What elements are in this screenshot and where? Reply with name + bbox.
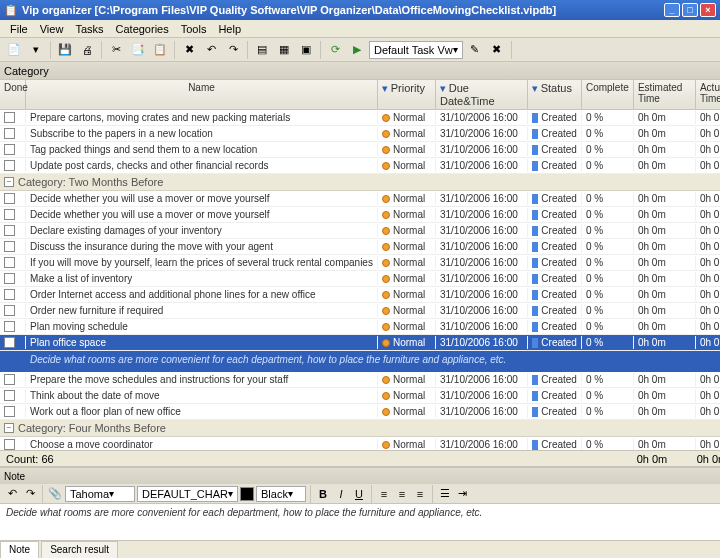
- redo-icon[interactable]: ↷: [223, 40, 243, 60]
- menu-tasks[interactable]: Tasks: [69, 21, 109, 37]
- close-button[interactable]: ×: [700, 3, 716, 17]
- done-checkbox[interactable]: [4, 439, 15, 450]
- minimize-button[interactable]: _: [664, 3, 680, 17]
- filter-icon[interactable]: ▤: [252, 40, 272, 60]
- task-row[interactable]: Make a list of inventoryNormal31/10/2006…: [0, 271, 720, 287]
- col-name[interactable]: Name: [26, 80, 378, 109]
- note-redo-icon[interactable]: ↷: [22, 486, 38, 502]
- collapse-icon[interactable]: −: [4, 423, 14, 433]
- col-complete[interactable]: Complete: [582, 80, 634, 109]
- color-dropdown[interactable]: Black ▾: [256, 486, 306, 502]
- close-view-icon[interactable]: ✖: [487, 40, 507, 60]
- save-icon[interactable]: 💾: [55, 40, 75, 60]
- align-center-icon[interactable]: ≡: [394, 486, 410, 502]
- status-icon: [532, 194, 538, 204]
- underline-icon[interactable]: U: [351, 486, 367, 502]
- done-checkbox[interactable]: [4, 241, 15, 252]
- col-status[interactable]: ▾ Status: [528, 80, 582, 109]
- group-header[interactable]: −Category: Four Months Before: [0, 420, 720, 437]
- done-checkbox[interactable]: [4, 374, 15, 385]
- grid-header: Done Name ▾ Priority ▾ Due Date&Time ▾ S…: [0, 80, 720, 110]
- note-undo-icon[interactable]: ↶: [4, 486, 20, 502]
- done-checkbox[interactable]: [4, 112, 15, 123]
- delete-icon[interactable]: ✖: [179, 40, 199, 60]
- sort-icon[interactable]: ▦: [274, 40, 294, 60]
- task-row[interactable]: Order Internet access and additional pho…: [0, 287, 720, 303]
- col-priority[interactable]: ▾ Priority: [378, 80, 436, 109]
- menu-file[interactable]: File: [4, 21, 34, 37]
- print-icon[interactable]: 🖨: [77, 40, 97, 60]
- task-priority: Normal: [378, 336, 436, 349]
- copy-icon[interactable]: 📑: [128, 40, 148, 60]
- note-bold-icon[interactable]: 📎: [47, 486, 63, 502]
- done-checkbox[interactable]: [4, 406, 15, 417]
- task-row[interactable]: Subscribe to the papers in a new locatio…: [0, 126, 720, 142]
- note-body[interactable]: Decide what rooms are more convenient fo…: [0, 504, 720, 540]
- done-checkbox[interactable]: [4, 289, 15, 300]
- group-header[interactable]: −Category: Two Months Before: [0, 174, 720, 191]
- task-row[interactable]: Plan moving scheduleNormal31/10/2006 16:…: [0, 319, 720, 335]
- menu-view[interactable]: View: [34, 21, 70, 37]
- new-icon[interactable]: 📄: [4, 40, 24, 60]
- done-checkbox[interactable]: [4, 390, 15, 401]
- task-row[interactable]: Prepare the move schedules and instructi…: [0, 372, 720, 388]
- tool-icon[interactable]: ✎: [465, 40, 485, 60]
- paste-icon[interactable]: 📋: [150, 40, 170, 60]
- done-checkbox[interactable]: [4, 144, 15, 155]
- done-checkbox[interactable]: [4, 160, 15, 171]
- indent-icon[interactable]: ⇥: [455, 486, 471, 502]
- undo-icon[interactable]: ↶: [201, 40, 221, 60]
- charset-dropdown[interactable]: DEFAULT_CHAR ▾: [137, 486, 238, 502]
- task-row[interactable]: If you will move by yourself, learn the …: [0, 255, 720, 271]
- tab-search-result[interactable]: Search result: [41, 541, 118, 558]
- col-estimated[interactable]: Estimated Time: [634, 80, 696, 109]
- collapse-icon[interactable]: −: [4, 177, 14, 187]
- task-row[interactable]: Plan office spaceNormal31/10/2006 16:00C…: [0, 335, 720, 351]
- cut-icon[interactable]: ✂: [106, 40, 126, 60]
- task-status: Created: [528, 389, 582, 402]
- refresh-icon[interactable]: ⟳: [325, 40, 345, 60]
- tab-note[interactable]: Note: [0, 541, 39, 558]
- color-swatch[interactable]: [240, 487, 254, 501]
- done-checkbox[interactable]: [4, 321, 15, 332]
- col-due[interactable]: ▾ Due Date&Time: [436, 80, 528, 109]
- done-checkbox[interactable]: [4, 193, 15, 204]
- task-row[interactable]: Decide whether you will use a mover or m…: [0, 207, 720, 223]
- task-row[interactable]: Think about the date of moveNormal31/10/…: [0, 388, 720, 404]
- task-grid[interactable]: Done Name ▾ Priority ▾ Due Date&Time ▾ S…: [0, 80, 720, 450]
- task-row[interactable]: Order new furniture if requiredNormal31/…: [0, 303, 720, 319]
- task-row[interactable]: Choose a move coordinatorNormal31/10/200…: [0, 437, 720, 450]
- task-row[interactable]: Update post cards, checks and other fina…: [0, 158, 720, 174]
- col-done[interactable]: Done: [0, 80, 26, 109]
- done-checkbox[interactable]: [4, 209, 15, 220]
- group-icon[interactable]: ▣: [296, 40, 316, 60]
- done-checkbox[interactable]: [4, 257, 15, 268]
- italic-icon[interactable]: I: [333, 486, 349, 502]
- play-icon[interactable]: ▶: [347, 40, 367, 60]
- done-checkbox[interactable]: [4, 128, 15, 139]
- done-checkbox[interactable]: [4, 337, 15, 348]
- align-left-icon[interactable]: ≡: [376, 486, 392, 502]
- menu-categories[interactable]: Categories: [110, 21, 175, 37]
- done-checkbox[interactable]: [4, 305, 15, 316]
- menu-help[interactable]: Help: [212, 21, 247, 37]
- done-checkbox[interactable]: [4, 273, 15, 284]
- task-row[interactable]: Prepare cartons, moving crates and new p…: [0, 110, 720, 126]
- list-icon[interactable]: ☰: [437, 486, 453, 502]
- col-actual[interactable]: Actual Time: [696, 80, 720, 109]
- task-act: 0h 0m: [696, 208, 720, 221]
- font-dropdown[interactable]: Tahoma ▾: [65, 486, 135, 502]
- task-row[interactable]: Declare existing damages of your invento…: [0, 223, 720, 239]
- dropdown-icon[interactable]: ▾: [26, 40, 46, 60]
- task-row[interactable]: Discuss the insurance during the move wi…: [0, 239, 720, 255]
- task-row[interactable]: Decide whether you will use a mover or m…: [0, 191, 720, 207]
- bold-icon[interactable]: B: [315, 486, 331, 502]
- done-checkbox[interactable]: [4, 225, 15, 236]
- task-row[interactable]: Tag packed things and send them to a new…: [0, 142, 720, 158]
- align-right-icon[interactable]: ≡: [412, 486, 428, 502]
- maximize-button[interactable]: □: [682, 3, 698, 17]
- menu-tools[interactable]: Tools: [175, 21, 213, 37]
- task-row[interactable]: Work out a floor plan of new officeNorma…: [0, 404, 720, 420]
- task-due: 31/10/2006 16:00: [436, 336, 528, 349]
- view-dropdown[interactable]: Default Task Vw ▾: [369, 41, 463, 59]
